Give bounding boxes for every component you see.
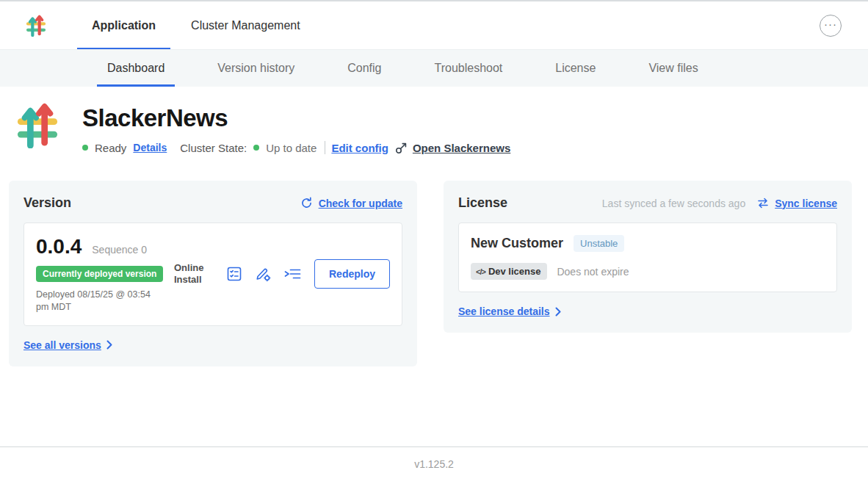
redeploy-button[interactable]: Redeploy (314, 259, 390, 289)
details-link[interactable]: Details (133, 142, 167, 153)
app-logo-icon (26, 15, 46, 37)
customer-name: New Customer (471, 236, 563, 251)
tab-cluster-management[interactable]: Cluster Management (176, 1, 315, 49)
tab-cluster-management-label: Cluster Management (191, 19, 300, 32)
ellipsis-icon: ··· (824, 18, 837, 30)
app-status-text: Ready (95, 142, 126, 154)
subtab-license[interactable]: License (529, 50, 622, 87)
release-notes-button[interactable] (226, 266, 242, 282)
logs-icon (283, 267, 302, 281)
license-card-title: License (458, 195, 507, 211)
page: Application Cluster Management ··· Dashb… (0, 0, 868, 481)
cluster-state-label: Cluster State: (180, 142, 247, 154)
view-logs-button[interactable] (283, 267, 302, 281)
license-type-badge: </> Dev license (471, 263, 547, 280)
console-version: v1.125.2 (414, 458, 454, 470)
edit-config-button[interactable] (255, 266, 271, 282)
top-navbar: Application Cluster Management ··· (0, 1, 868, 50)
sync-license-link[interactable]: Sync license (775, 198, 837, 209)
version-number: 0.0.4 (36, 235, 82, 258)
subtab-dashboard[interactable]: Dashboard (81, 50, 191, 87)
check-for-update-link[interactable]: Check for update (319, 198, 402, 209)
cluster-state-value: Up to date (266, 142, 317, 154)
page-title: SlackerNews (82, 104, 517, 132)
channel-badge: Unstable (574, 235, 624, 252)
chevron-right-icon (106, 340, 112, 350)
app-status-row: Ready Details Cluster State: Up to date … (82, 141, 517, 154)
deployed-badge: Currently deployed version (36, 266, 163, 282)
open-app-label: Open Slackernews (413, 142, 510, 154)
license-card: License Last synced a few seconds ago Sy… (444, 181, 852, 333)
subtab-troubleshoot-label: Troubleshoot (434, 62, 502, 75)
subtab-config-label: Config (347, 62, 381, 75)
subtab-version-history-label: Version history (217, 62, 294, 75)
version-card-title: Version (23, 195, 71, 211)
subtab-view-files-label: View files (648, 62, 698, 75)
subtab-troubleshoot[interactable]: Troubleshoot (408, 50, 529, 87)
deployed-timestamp: Deployed 08/15/25 @ 03:54 pm MDT (36, 289, 164, 314)
release-notes-icon (226, 266, 242, 282)
tab-application[interactable]: Application (77, 1, 170, 49)
app-header: SlackerNews Ready Details Cluster State:… (0, 87, 868, 154)
cluster-state-dot (253, 145, 259, 151)
topnav-tabs: Application Cluster Management (77, 1, 321, 49)
see-license-details-label: See license details (458, 305, 550, 317)
subtab-view-files[interactable]: View files (622, 50, 724, 87)
last-synced-text: Last synced a few seconds ago (602, 198, 745, 209)
license-panel: New Customer Unstable </> Dev license Do… (458, 223, 837, 292)
subtab-version-history[interactable]: Version history (191, 50, 321, 87)
subtab-config[interactable]: Config (321, 50, 408, 87)
code-icon: </> (476, 267, 485, 276)
refresh-icon (300, 197, 313, 209)
see-all-versions-label: See all versions (23, 339, 101, 351)
footer: v1.125.2 (0, 446, 868, 481)
divider (325, 141, 325, 154)
dashboard-cards: Version Check for update 0.0.4 Sequence … (0, 154, 868, 366)
license-type-label: Dev license (488, 266, 541, 277)
tab-application-label: Application (92, 19, 156, 32)
app-subnav: Dashboard Version history Config Trouble… (0, 50, 868, 87)
open-app-link[interactable]: Open Slackernews (395, 141, 510, 154)
open-app-icon (395, 141, 408, 154)
more-options-button[interactable]: ··· (820, 15, 842, 37)
chevron-right-icon (555, 307, 561, 317)
license-expiry: Does not expire (557, 266, 629, 278)
sequence-label: Sequence 0 (92, 244, 147, 256)
subtab-dashboard-label: Dashboard (107, 62, 164, 75)
config-gear-icon (255, 266, 271, 282)
current-version-panel: 0.0.4 Sequence 0 Currently deployed vers… (23, 223, 402, 326)
edit-config-link[interactable]: Edit config (331, 142, 388, 154)
app-icon (16, 103, 59, 154)
version-card: Version Check for update 0.0.4 Sequence … (9, 181, 417, 366)
subtab-license-label: License (555, 62, 596, 75)
sync-icon (757, 198, 769, 209)
install-type-label: Online Install (174, 262, 214, 286)
app-logo-small[interactable] (26, 15, 46, 37)
app-status-dot (82, 145, 88, 151)
see-license-details-link[interactable]: See license details (458, 305, 561, 317)
see-all-versions-link[interactable]: See all versions (23, 339, 112, 351)
